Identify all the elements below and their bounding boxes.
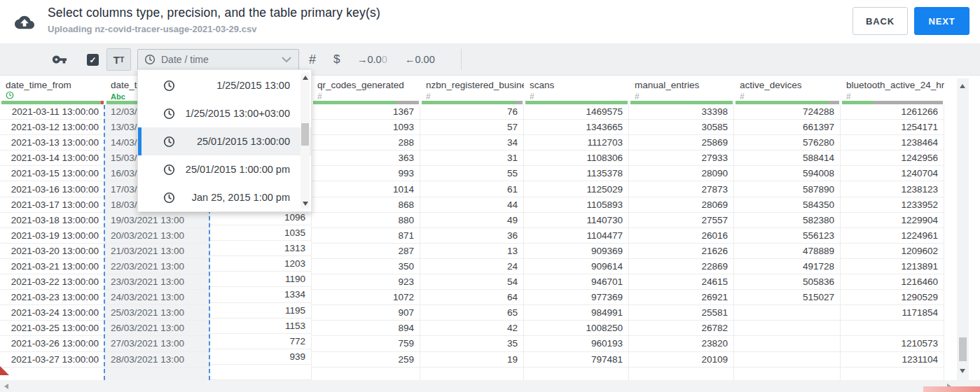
table-cell[interactable]: 1240704: [841, 166, 944, 181]
table-cell[interactable]: 1195: [210, 303, 312, 318]
scroll-down-icon[interactable]: [960, 369, 965, 373]
table-cell[interactable]: 288: [312, 135, 420, 150]
table-cell[interactable]: 797481: [524, 352, 629, 368]
table-cell[interactable]: 26782: [629, 321, 734, 336]
decrease-decimal-icon[interactable]: ←0.00: [405, 43, 435, 76]
dropdown-scrollbar[interactable]: [301, 73, 310, 209]
table-cell[interactable]: 2021-03-22 13:00:00: [0, 274, 105, 290]
table-cell[interactable]: 1125029: [524, 181, 629, 197]
table-cell[interactable]: 894: [312, 321, 420, 336]
text-type-button[interactable]: TT: [106, 48, 131, 71]
table-cell[interactable]: 1210573: [841, 336, 944, 351]
table-cell[interactable]: 19: [420, 352, 524, 368]
table-cell[interactable]: 871: [312, 228, 420, 244]
table-cell[interactable]: [734, 352, 841, 368]
vertical-scrollbar-thumb[interactable]: [959, 337, 967, 361]
table-cell[interactable]: 22/03/2021 13:00: [105, 259, 210, 274]
column-header[interactable]: qr_codes_generated #: [312, 76, 420, 101]
increase-decimal-icon[interactable]: →0.00: [357, 43, 387, 76]
table-cell[interactable]: 2021-03-16 13:00:00: [0, 181, 105, 197]
table-cell[interactable]: 1233952: [841, 197, 944, 213]
table-cell[interactable]: 1254171: [841, 120, 944, 135]
table-cell[interactable]: 49: [420, 213, 524, 228]
table-cell[interactable]: 2021-03-17 13:00:00: [0, 197, 105, 213]
table-cell[interactable]: 1140730: [524, 213, 629, 228]
table-cell[interactable]: 1108306: [524, 150, 629, 166]
table-cell[interactable]: 939: [210, 349, 312, 365]
table-cell[interactable]: 984991: [524, 305, 629, 321]
primary-key-icon[interactable]: [52, 52, 67, 67]
table-cell[interactable]: 2021-03-21 13:00:00: [0, 259, 105, 274]
table-cell[interactable]: 1242956: [841, 150, 944, 166]
table-cell[interactable]: 909369: [524, 244, 629, 259]
table-cell[interactable]: 977369: [524, 290, 629, 305]
column-header[interactable]: active_devices #: [734, 76, 841, 101]
table-cell[interactable]: 36: [420, 228, 524, 244]
table-cell[interactable]: 2021-03-13 13:00:00: [0, 135, 105, 150]
table-cell[interactable]: 55: [420, 166, 524, 181]
table-cell[interactable]: 350: [312, 259, 420, 274]
table-cell[interactable]: 2021-03-23 13:00:00: [0, 290, 105, 305]
table-cell[interactable]: 2021-03-11 13:00:00: [0, 104, 105, 120]
table-cell[interactable]: 23/03/2021 13:00: [105, 274, 210, 290]
back-button[interactable]: BACK: [853, 7, 908, 35]
table-cell[interactable]: 363: [312, 150, 420, 166]
table-cell[interactable]: 24: [420, 259, 524, 274]
date-time-type-select[interactable]: Date / time: [137, 49, 299, 70]
date-format-option[interactable]: 25/01/2015 1:00:00 pm: [138, 155, 311, 183]
vertical-scrollbar[interactable]: [957, 78, 969, 380]
table-cell[interactable]: 582380: [734, 213, 841, 228]
table-cell[interactable]: 28/03/2021 13:00: [105, 352, 210, 368]
table-cell[interactable]: 556123: [734, 228, 841, 244]
table-cell[interactable]: 491728: [734, 259, 841, 274]
table-cell[interactable]: 759: [312, 336, 420, 351]
table-cell[interactable]: 25581: [629, 305, 734, 321]
dropdown-scrollbar-thumb[interactable]: [301, 123, 309, 146]
table-cell[interactable]: 868: [312, 197, 420, 213]
table-cell[interactable]: 1096: [210, 210, 312, 225]
table-cell[interactable]: 576280: [734, 135, 841, 150]
table-cell[interactable]: 25869: [629, 135, 734, 150]
table-cell[interactable]: 1203: [210, 256, 312, 272]
date-format-option[interactable]: 1/25/2015 13:00: [138, 71, 311, 99]
table-cell[interactable]: 1313: [210, 241, 312, 256]
column-header[interactable]: nzbn_registered_busine #: [420, 76, 524, 101]
table-cell[interactable]: 54: [420, 274, 524, 290]
table-cell[interactable]: 594008: [734, 166, 841, 181]
table-cell[interactable]: 1469575: [524, 104, 629, 120]
column-header[interactable]: date_time_from: [0, 76, 105, 101]
table-cell[interactable]: 478889: [734, 244, 841, 259]
table-cell[interactable]: 13: [420, 244, 524, 259]
table-cell[interactable]: 1231104: [841, 352, 944, 368]
table-cell[interactable]: 909614: [524, 259, 629, 274]
table-cell[interactable]: 946701: [524, 274, 629, 290]
table-cell[interactable]: 30585: [629, 120, 734, 135]
table-cell[interactable]: 1014: [312, 181, 420, 197]
table-cell[interactable]: 1238464: [841, 135, 944, 150]
boolean-type-checkbox[interactable]: ✓: [87, 54, 99, 66]
table-cell[interactable]: 1112703: [524, 135, 629, 150]
table-cell[interactable]: 28090: [629, 166, 734, 181]
date-format-option[interactable]: 25/01/2015 13:00:00: [138, 127, 311, 155]
table-cell[interactable]: 2021-03-19 13:00:00: [0, 228, 105, 244]
table-cell[interactable]: 515027: [734, 290, 841, 305]
table-cell[interactable]: 27873: [629, 181, 734, 197]
table-cell[interactable]: 588414: [734, 150, 841, 166]
table-cell[interactable]: 907: [312, 305, 420, 321]
table-cell[interactable]: 1213891: [841, 259, 944, 274]
table-cell[interactable]: 1135378: [524, 166, 629, 181]
table-cell[interactable]: 25/03/2021 13:00: [105, 305, 210, 321]
column-header[interactable]: scans #: [524, 76, 629, 101]
table-cell[interactable]: 587890: [734, 181, 841, 197]
table-cell[interactable]: 2021-03-14 13:00:00: [0, 150, 105, 166]
table-cell[interactable]: 26/03/2021 13:00: [105, 321, 210, 336]
table-cell[interactable]: 923: [312, 274, 420, 290]
table-cell[interactable]: 1190: [210, 272, 312, 287]
table-cell[interactable]: 505836: [734, 274, 841, 290]
table-cell[interactable]: [734, 305, 841, 321]
table-cell[interactable]: 24/03/2021 13:00: [105, 290, 210, 305]
table-cell[interactable]: 1209602: [841, 244, 944, 259]
table-cell[interactable]: 2021-03-15 13:00:00: [0, 166, 105, 181]
table-cell[interactable]: 27933: [629, 150, 734, 166]
table-cell[interactable]: 31: [420, 150, 524, 166]
